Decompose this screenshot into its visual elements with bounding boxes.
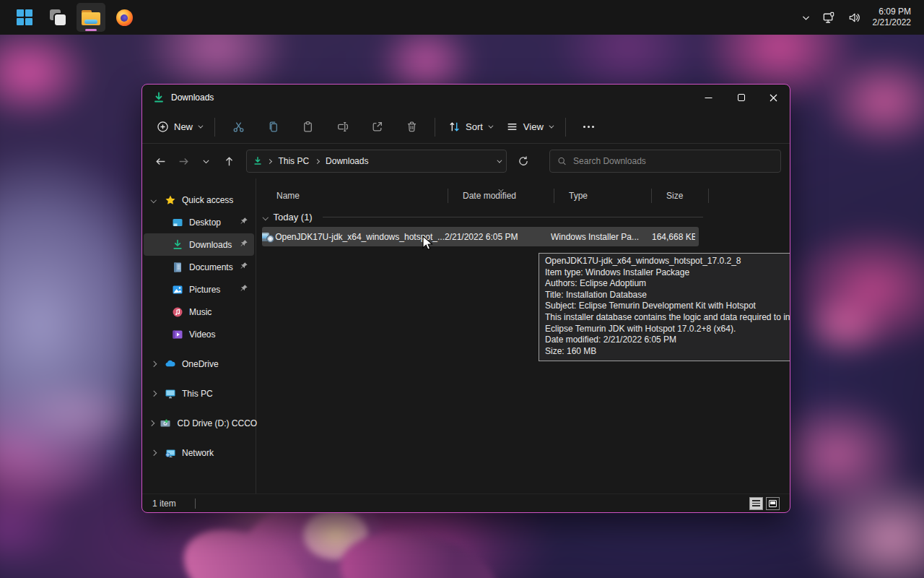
sort-ascending-icon	[497, 186, 505, 196]
large-icons-view-toggle[interactable]	[766, 497, 780, 510]
taskbar-clock[interactable]: 6:09 PM 2/21/2022	[868, 7, 915, 28]
chevron-down-icon	[801, 13, 811, 22]
paste-button[interactable]	[295, 115, 320, 139]
sidebar-label: CD Drive (D:) CCCO	[178, 418, 258, 428]
windows-logo-icon	[17, 9, 32, 25]
file-explorer-window: Downloads New	[141, 84, 790, 513]
copy-icon	[267, 121, 279, 133]
chevron-right-icon[interactable]	[149, 392, 158, 396]
details-view-toggle[interactable]	[749, 497, 763, 510]
speaker-icon	[847, 11, 861, 25]
title-bar[interactable]: Downloads	[142, 85, 790, 111]
chevron-right-icon[interactable]	[149, 421, 154, 426]
tooltip-date-modified: Date modified: 2/21/2022 6:05 PM	[545, 335, 790, 346]
network-tray-button[interactable]	[818, 3, 840, 32]
address-dropdown-icon[interactable]	[497, 158, 502, 163]
sidebar-item-documents[interactable]: Documents	[144, 256, 254, 278]
column-header-date-modified[interactable]: Date modified	[448, 191, 554, 201]
group-header-today[interactable]: Today (1)	[263, 212, 790, 223]
copy-button[interactable]	[261, 115, 285, 139]
chevron-right-icon[interactable]	[149, 362, 158, 366]
sidebar-item-onedrive[interactable]: OneDrive	[144, 353, 254, 375]
view-button[interactable]: View	[499, 116, 559, 138]
breadcrumb-this-pc[interactable]: This PC	[276, 155, 310, 168]
search-input[interactable]	[573, 156, 773, 166]
address-bar[interactable]: This PC Downloads	[246, 150, 506, 173]
breadcrumb-downloads[interactable]: Downloads	[324, 155, 370, 168]
pictures-icon	[171, 283, 183, 296]
view-button-label: View	[523, 121, 544, 132]
file-type: Windows Installer Pa...	[551, 232, 652, 242]
minimize-icon	[705, 94, 712, 102]
documents-icon	[171, 261, 183, 273]
new-button[interactable]: New	[149, 116, 209, 138]
sidebar-item-cd-drive[interactable]: CD Drive (D:) CCCO	[144, 412, 254, 434]
tooltip-authors: Authors: Eclipse Adoptium	[545, 278, 790, 290]
sidebar-label: Quick access	[182, 195, 233, 205]
ellipsis-icon	[583, 126, 594, 128]
minimize-button[interactable]	[692, 85, 725, 111]
volume-tray-button[interactable]	[843, 3, 866, 32]
up-button[interactable]	[219, 150, 240, 172]
large-icons-view-icon	[769, 500, 777, 507]
sidebar-label: Network	[182, 448, 214, 458]
sidebar-item-this-pc[interactable]: This PC	[144, 382, 254, 405]
back-button[interactable]	[151, 150, 171, 172]
sidebar-label: Desktop	[189, 217, 221, 228]
close-icon	[770, 94, 777, 102]
sidebar-label: This PC	[182, 389, 213, 399]
system-tray: 6:09 PM 2/21/2022	[797, 3, 924, 32]
sidebar-item-videos[interactable]: Videos	[144, 323, 254, 345]
file-explorer-taskbar-button[interactable]	[77, 3, 105, 32]
close-button[interactable]	[757, 85, 790, 111]
clock-time: 6:09 PM	[873, 7, 911, 17]
chevron-down-icon[interactable]	[149, 198, 158, 202]
task-view-icon	[50, 9, 66, 25]
sort-button[interactable]: Sort	[441, 116, 499, 138]
sidebar-label: Pictures	[189, 285, 220, 295]
start-button[interactable]	[10, 3, 39, 32]
sidebar-item-network[interactable]: Network	[144, 441, 254, 464]
videos-icon	[171, 328, 183, 340]
taskbar-app-icons	[0, 3, 139, 32]
pin-icon	[240, 284, 248, 295]
see-more-button[interactable]	[577, 115, 601, 139]
msi-package-icon	[266, 231, 269, 243]
delete-button[interactable]	[399, 115, 424, 139]
sidebar-item-downloads[interactable]: Downloads	[144, 233, 254, 256]
tray-hidden-icons-button[interactable]	[797, 3, 815, 32]
file-name: OpenJDK17U-jdk_x64_windows_hotspot_...	[275, 232, 445, 242]
file-info-tooltip: OpenJDK17U-jdk_x64_windows_hotspot_17.0.…	[539, 253, 790, 361]
forward-button[interactable]	[174, 150, 194, 172]
breadcrumb-separator-icon	[315, 158, 320, 163]
column-header-size[interactable]: Size	[652, 191, 708, 201]
column-header-name[interactable]: Name	[262, 191, 448, 201]
sidebar-label: Documents	[189, 262, 233, 272]
chevron-right-icon[interactable]	[149, 451, 158, 455]
sidebar-item-music[interactable]: Music	[144, 301, 254, 323]
search-box[interactable]	[549, 150, 781, 173]
mouse-cursor	[420, 236, 435, 254]
search-icon	[557, 156, 567, 166]
sidebar-item-quick-access[interactable]: Quick access	[144, 189, 254, 211]
downloads-icon	[153, 92, 165, 103]
refresh-button[interactable]	[514, 150, 534, 172]
details-view-icon	[752, 500, 760, 506]
clock-date: 2/21/2022	[873, 17, 911, 28]
firefox-taskbar-button[interactable]	[110, 3, 139, 32]
maximize-button[interactable]	[725, 85, 757, 111]
plus-circle-icon	[157, 121, 169, 133]
column-divider[interactable]	[708, 189, 709, 203]
share-button[interactable]	[365, 115, 389, 139]
sidebar-label: Music	[189, 307, 212, 317]
cut-button[interactable]	[226, 115, 250, 139]
file-row-openjdk-installer[interactable]: OpenJDK17U-jdk_x64_windows_hotspot_... 2…	[262, 227, 699, 246]
recent-locations-button[interactable]	[196, 150, 217, 172]
new-button-label: New	[174, 121, 193, 132]
sidebar-item-pictures[interactable]: Pictures	[144, 278, 254, 301]
column-header-type[interactable]: Type	[554, 191, 651, 201]
sidebar-item-desktop[interactable]: Desktop	[144, 211, 254, 233]
task-view-button[interactable]	[43, 3, 72, 32]
rename-button[interactable]	[330, 115, 354, 139]
rename-icon	[336, 121, 349, 133]
